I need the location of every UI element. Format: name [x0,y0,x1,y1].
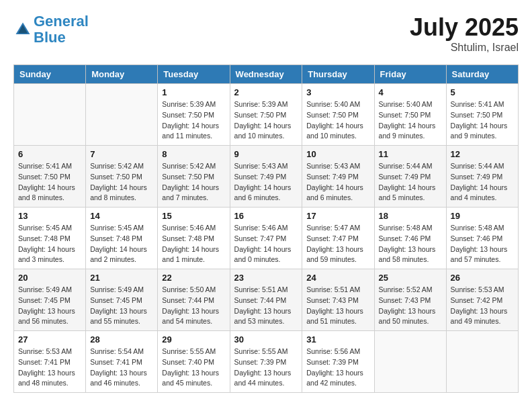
calendar-week-row: 27Sunrise: 5:53 AMSunset: 7:41 PMDayligh… [14,331,519,393]
calendar-cell: 24Sunrise: 5:51 AMSunset: 7:43 PMDayligh… [302,269,374,331]
day-info: Sunrise: 5:45 AMSunset: 7:48 PMDaylight:… [90,223,153,265]
day-number: 12 [451,149,514,159]
weekday-header-monday: Monday [86,65,158,84]
calendar-cell: 7Sunrise: 5:42 AMSunset: 7:50 PMDaylight… [86,146,158,208]
day-info: Sunrise: 5:56 AMSunset: 7:39 PMDaylight:… [306,347,369,389]
calendar-week-row: 20Sunrise: 5:49 AMSunset: 7:45 PMDayligh… [14,269,519,331]
day-info: Sunrise: 5:46 AMSunset: 7:47 PMDaylight:… [234,223,298,265]
calendar-cell [374,331,446,393]
day-number: 3 [306,87,369,97]
day-number: 11 [379,149,442,159]
month-title: July 2025 [410,13,519,42]
calendar-week-row: 6Sunrise: 5:41 AMSunset: 7:50 PMDaylight… [14,146,519,208]
day-number: 30 [234,334,298,345]
day-number: 9 [234,149,298,159]
calendar-cell: 22Sunrise: 5:50 AMSunset: 7:44 PMDayligh… [158,269,230,331]
calendar-cell: 16Sunrise: 5:46 AMSunset: 7:47 PMDayligh… [230,208,302,269]
day-info: Sunrise: 5:39 AMSunset: 7:50 PMDaylight:… [234,99,298,142]
day-number: 26 [451,273,514,283]
day-info: Sunrise: 5:48 AMSunset: 7:46 PMDaylight:… [451,223,514,265]
day-info: Sunrise: 5:51 AMSunset: 7:43 PMDaylight:… [306,285,369,327]
weekday-header-friday: Friday [374,65,446,84]
day-info: Sunrise: 5:41 AMSunset: 7:50 PMDaylight:… [451,99,514,142]
day-number: 23 [234,273,298,283]
day-number: 27 [18,334,81,345]
location-subtitle: Shtulim, Israel [410,42,519,54]
day-info: Sunrise: 5:52 AMSunset: 7:43 PMDaylight:… [379,285,442,327]
calendar-cell: 1Sunrise: 5:39 AMSunset: 7:50 PMDaylight… [158,84,230,146]
day-info: Sunrise: 5:47 AMSunset: 7:47 PMDaylight:… [306,223,369,265]
day-number: 20 [18,273,81,283]
calendar-cell: 21Sunrise: 5:49 AMSunset: 7:45 PMDayligh… [86,269,158,331]
calendar-cell: 2Sunrise: 5:39 AMSunset: 7:50 PMDaylight… [230,84,302,146]
calendar-cell: 20Sunrise: 5:49 AMSunset: 7:45 PMDayligh… [14,269,86,331]
day-info: Sunrise: 5:43 AMSunset: 7:49 PMDaylight:… [234,161,298,203]
page-header: General Blue July 2025 Shtulim, Israel [13,13,519,54]
day-number: 1 [162,87,225,97]
calendar-header-row: SundayMondayTuesdayWednesdayThursdayFrid… [14,65,519,84]
day-info: Sunrise: 5:55 AMSunset: 7:40 PMDaylight:… [162,347,225,389]
day-number: 18 [379,211,442,221]
calendar-cell: 19Sunrise: 5:48 AMSunset: 7:46 PMDayligh… [446,208,518,269]
calendar-cell: 26Sunrise: 5:53 AMSunset: 7:42 PMDayligh… [446,269,518,331]
day-number: 19 [451,211,514,221]
day-number: 6 [18,149,81,159]
calendar-cell: 9Sunrise: 5:43 AMSunset: 7:49 PMDaylight… [230,146,302,208]
calendar-cell: 10Sunrise: 5:43 AMSunset: 7:49 PMDayligh… [302,146,374,208]
calendar-cell: 8Sunrise: 5:42 AMSunset: 7:50 PMDaylight… [158,146,230,208]
calendar-cell [86,84,158,146]
calendar-cell: 30Sunrise: 5:55 AMSunset: 7:39 PMDayligh… [230,331,302,393]
day-number: 29 [162,334,225,345]
weekday-header-wednesday: Wednesday [230,65,302,84]
day-info: Sunrise: 5:48 AMSunset: 7:46 PMDaylight:… [379,223,442,265]
calendar-cell: 23Sunrise: 5:51 AMSunset: 7:44 PMDayligh… [230,269,302,331]
day-info: Sunrise: 5:49 AMSunset: 7:45 PMDaylight:… [90,285,153,327]
calendar-cell: 31Sunrise: 5:56 AMSunset: 7:39 PMDayligh… [302,331,374,393]
day-number: 7 [90,149,153,159]
logo-text: General Blue [34,13,89,46]
day-info: Sunrise: 5:44 AMSunset: 7:49 PMDaylight:… [379,161,442,203]
calendar-cell: 18Sunrise: 5:48 AMSunset: 7:46 PMDayligh… [374,208,446,269]
day-number: 28 [90,334,153,345]
day-number: 14 [90,211,153,221]
weekday-header-saturday: Saturday [446,65,518,84]
day-info: Sunrise: 5:49 AMSunset: 7:45 PMDaylight:… [18,285,81,327]
calendar-cell [14,84,86,146]
day-info: Sunrise: 5:53 AMSunset: 7:42 PMDaylight:… [451,285,514,327]
title-block: July 2025 Shtulim, Israel [410,13,519,54]
day-number: 17 [306,211,369,221]
calendar-week-row: 13Sunrise: 5:45 AMSunset: 7:48 PMDayligh… [14,208,519,269]
calendar-cell: 13Sunrise: 5:45 AMSunset: 7:48 PMDayligh… [14,208,86,269]
day-info: Sunrise: 5:55 AMSunset: 7:39 PMDaylight:… [234,347,298,389]
calendar-cell: 4Sunrise: 5:40 AMSunset: 7:50 PMDaylight… [374,84,446,146]
logo: General Blue [13,13,89,46]
day-info: Sunrise: 5:50 AMSunset: 7:44 PMDaylight:… [162,285,225,327]
day-info: Sunrise: 5:46 AMSunset: 7:48 PMDaylight:… [162,223,225,265]
calendar-cell: 29Sunrise: 5:55 AMSunset: 7:40 PMDayligh… [158,331,230,393]
day-info: Sunrise: 5:53 AMSunset: 7:41 PMDaylight:… [18,347,81,389]
day-info: Sunrise: 5:51 AMSunset: 7:44 PMDaylight:… [234,285,298,327]
day-number: 5 [451,87,514,97]
calendar-cell: 3Sunrise: 5:40 AMSunset: 7:50 PMDaylight… [302,84,374,146]
calendar-cell: 14Sunrise: 5:45 AMSunset: 7:48 PMDayligh… [86,208,158,269]
day-number: 4 [379,87,442,97]
day-info: Sunrise: 5:43 AMSunset: 7:49 PMDaylight:… [306,161,369,203]
day-number: 15 [162,211,225,221]
day-number: 2 [234,87,298,97]
day-info: Sunrise: 5:40 AMSunset: 7:50 PMDaylight:… [379,99,442,142]
calendar-cell: 28Sunrise: 5:54 AMSunset: 7:41 PMDayligh… [86,331,158,393]
day-info: Sunrise: 5:40 AMSunset: 7:50 PMDaylight:… [306,99,369,142]
calendar-cell: 25Sunrise: 5:52 AMSunset: 7:43 PMDayligh… [374,269,446,331]
calendar-cell: 11Sunrise: 5:44 AMSunset: 7:49 PMDayligh… [374,146,446,208]
calendar-cell [446,331,518,393]
day-number: 8 [162,149,225,159]
calendar-cell: 17Sunrise: 5:47 AMSunset: 7:47 PMDayligh… [302,208,374,269]
day-info: Sunrise: 5:44 AMSunset: 7:49 PMDaylight:… [451,161,514,203]
day-number: 31 [306,334,369,345]
day-info: Sunrise: 5:42 AMSunset: 7:50 PMDaylight:… [162,161,225,203]
day-number: 21 [90,273,153,283]
day-info: Sunrise: 5:54 AMSunset: 7:41 PMDaylight:… [90,347,153,389]
day-info: Sunrise: 5:42 AMSunset: 7:50 PMDaylight:… [90,161,153,203]
day-number: 24 [306,273,369,283]
logo-icon [13,20,32,39]
